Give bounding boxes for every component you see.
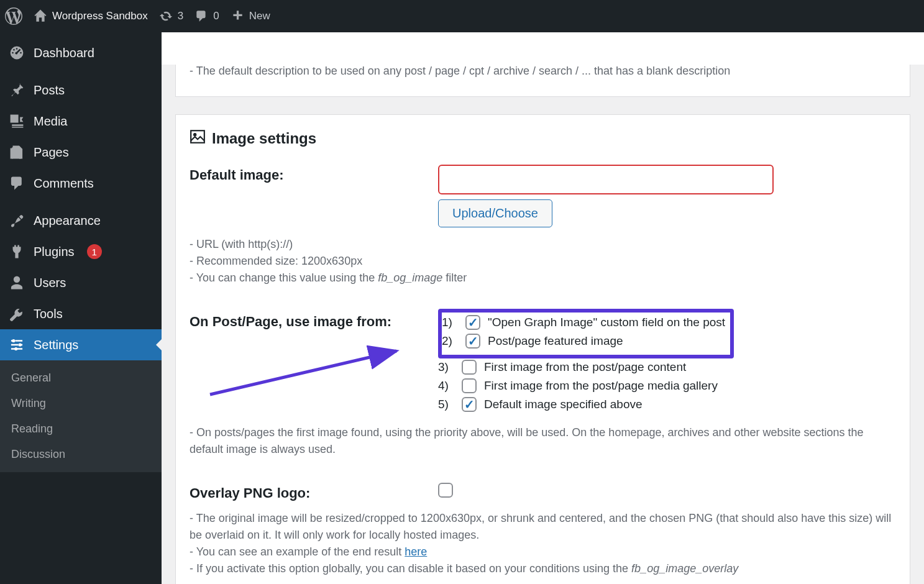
default-image-input[interactable] [438, 165, 774, 194]
svg-point-2 [19, 343, 22, 346]
overlay-help: - The original image will be resized/cro… [190, 510, 896, 577]
sidebar-item-label: Media [34, 114, 67, 129]
brush-icon [9, 212, 25, 229]
priority-checkbox[interactable] [465, 334, 480, 349]
main-content: - The default description to be used on … [162, 65, 924, 584]
priority-option: 2)Post/page featured image [442, 334, 725, 349]
sidebar-item-label: Plugins [34, 245, 75, 259]
svg-point-3 [14, 347, 17, 350]
submenu-reading[interactable]: Reading [0, 416, 162, 442]
default-description-help: - The default description to be used on … [190, 65, 896, 78]
description-settings-card: - The default description to be used on … [175, 65, 910, 97]
site-name: Wordpress Sandbox [52, 10, 148, 22]
sidebar-item-label: Posts [34, 83, 65, 98]
priority-option: 4)First image from the post/page media g… [438, 378, 896, 393]
sidebar-item-tools[interactable]: Tools [0, 298, 162, 329]
admin-bar: Wordpress Sandbox 3 0 New [0, 0, 924, 32]
pages-icon [9, 144, 25, 160]
priority-option: 5)Default image specified above [438, 397, 896, 412]
annotation-highlight-box: 1)"Open Graph Image" custom field on the… [438, 309, 734, 358]
sidebar-item-users[interactable]: Users [0, 267, 162, 298]
priority-number: 4) [438, 379, 454, 393]
pin-icon [9, 82, 25, 98]
sliders-icon [9, 337, 25, 353]
submenu-discussion[interactable]: Discussion [0, 442, 162, 467]
dashboard-icon [9, 45, 25, 61]
priority-label: First image from the post/page content [484, 360, 686, 374]
admin-sidebar: Dashboard Posts Media Pages Comments App… [0, 32, 162, 584]
plug-icon [9, 244, 25, 260]
priority-label: "Open Graph Image" custom field on the p… [488, 316, 725, 329]
sidebar-item-label: Appearance [34, 214, 101, 228]
image-settings-card: Image settings Default image: Upload/Cho… [175, 114, 910, 584]
submenu-writing[interactable]: Writing [0, 391, 162, 416]
sidebar-item-dashboard[interactable]: Dashboard [0, 37, 162, 68]
media-icon [9, 113, 25, 129]
priority-option: 1)"Open Graph Image" custom field on the… [442, 315, 725, 330]
settings-submenu: General Writing Reading Discussion [0, 360, 162, 472]
priority-help: - On posts/pages the first image found, … [190, 424, 896, 458]
wrench-icon [9, 306, 25, 322]
priority-label: Default image specified above [484, 398, 643, 411]
on-post-image-label: On Post/Page, use image from: [190, 311, 438, 330]
svg-point-5 [194, 134, 196, 136]
site-home-link[interactable]: Wordpress Sandbox [34, 9, 148, 23]
priority-checkbox[interactable] [465, 315, 480, 330]
plugins-update-badge: 1 [87, 244, 102, 259]
priority-number: 2) [442, 334, 458, 348]
comments-icon [9, 175, 25, 191]
sidebar-item-pages[interactable]: Pages [0, 137, 162, 168]
comments-link[interactable]: 0 [194, 9, 219, 23]
wp-logo[interactable] [5, 7, 22, 25]
priority-checkbox[interactable] [462, 378, 477, 393]
sidebar-item-label: Dashboard [34, 46, 94, 60]
svg-rect-4 [191, 130, 204, 143]
overlay-example-link[interactable]: here [405, 545, 427, 558]
default-image-label: Default image: [190, 165, 438, 183]
new-label: New [249, 10, 270, 22]
new-content-link[interactable]: New [231, 9, 270, 23]
sidebar-item-label: Settings [34, 338, 78, 352]
sidebar-item-label: Users [34, 276, 66, 290]
svg-point-0 [15, 116, 17, 118]
user-icon [9, 275, 25, 291]
image-icon [190, 129, 206, 148]
upload-choose-button[interactable]: Upload/Choose [438, 199, 552, 227]
default-image-help: - URL (with http(s)://) - Recommended si… [190, 236, 896, 286]
section-title: Image settings [212, 130, 316, 147]
sidebar-item-settings[interactable]: Settings [0, 329, 162, 360]
comments-count: 0 [213, 10, 219, 22]
sidebar-item-plugins[interactable]: Plugins 1 [0, 236, 162, 267]
sidebar-item-comments[interactable]: Comments [0, 168, 162, 199]
overlay-checkbox[interactable] [438, 483, 453, 498]
overlay-png-label: Overlay PNG logo: [190, 483, 438, 501]
updates-count: 3 [178, 10, 183, 22]
priority-option: 3)First image from the post/page content [438, 360, 896, 375]
priority-label: Post/page featured image [488, 334, 623, 348]
priority-checkbox[interactable] [462, 360, 477, 375]
priority-checkbox[interactable] [462, 397, 477, 412]
sidebar-item-posts[interactable]: Posts [0, 75, 162, 106]
priority-number: 3) [438, 360, 454, 374]
image-priority-list: 1)"Open Graph Image" custom field on the… [438, 311, 896, 416]
sidebar-item-label: Comments [34, 176, 94, 191]
sidebar-item-appearance[interactable]: Appearance [0, 205, 162, 236]
priority-number: 1) [442, 316, 458, 329]
sidebar-item-label: Pages [34, 145, 69, 160]
updates-link[interactable]: 3 [159, 9, 183, 23]
sidebar-item-media[interactable]: Media [0, 106, 162, 137]
image-settings-header: Image settings [190, 129, 896, 148]
priority-number: 5) [438, 398, 454, 411]
priority-label: First image from the post/page media gal… [484, 379, 718, 393]
submenu-general[interactable]: General [0, 365, 162, 391]
svg-point-1 [12, 339, 15, 342]
sidebar-item-label: Tools [34, 307, 63, 321]
